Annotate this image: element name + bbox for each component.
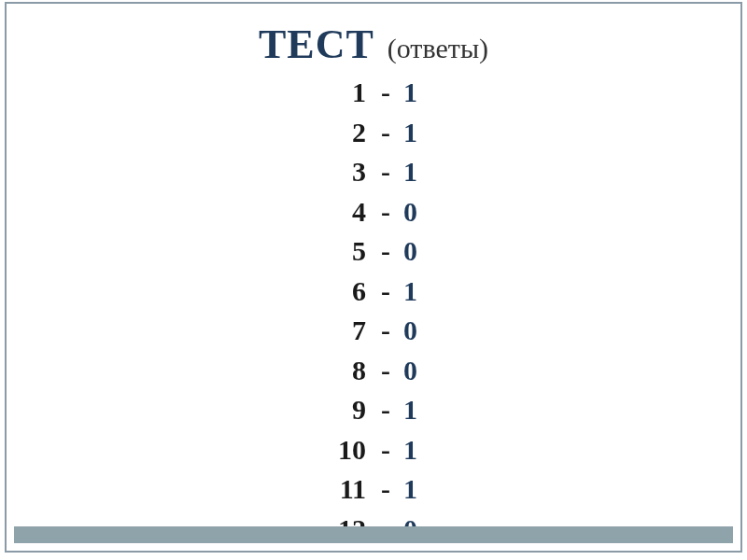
answer-row: 2 - 1 [321, 114, 426, 152]
answer-value: 0 [403, 193, 426, 231]
dash-separator: - [381, 193, 390, 231]
answer-row: 9 - 1 [321, 391, 426, 429]
slide-container: ТЕСТ (ответы) 1 - 1 2 - 1 3 - 1 4 - 0 5 … [5, 2, 742, 553]
dash-separator: - [381, 312, 390, 350]
question-number: 3 [321, 153, 366, 191]
question-number: 8 [321, 352, 366, 390]
dash-separator: - [381, 431, 390, 469]
answer-value: 1 [403, 470, 426, 509]
answer-row: 4 - 0 [321, 193, 426, 231]
answer-value: 0 [403, 312, 426, 350]
answer-value: 1 [403, 153, 426, 191]
question-number: 2 [321, 114, 366, 152]
answer-value: 1 [403, 273, 426, 311]
answer-row: 3 - 1 [321, 153, 426, 191]
dash-separator: - [381, 391, 390, 429]
question-number: 4 [321, 193, 366, 231]
bottom-accent-bar [14, 526, 733, 543]
title-main: ТЕСТ [259, 21, 374, 68]
question-number: 5 [321, 232, 366, 271]
dash-separator: - [381, 114, 390, 152]
question-number: 11 [321, 470, 366, 509]
answer-value: 0 [403, 232, 426, 271]
dash-separator: - [381, 273, 390, 311]
answer-value: 1 [403, 74, 426, 112]
title-row: ТЕСТ (ответы) [259, 21, 488, 68]
answer-row: 7 - 0 [321, 312, 426, 350]
question-number: 1 [321, 74, 366, 112]
dash-separator: - [381, 232, 390, 271]
answer-value: 1 [403, 114, 426, 152]
answer-row: 5 - 0 [321, 232, 426, 271]
question-number: 9 [321, 391, 366, 429]
answer-value: 0 [403, 352, 426, 390]
title-sub: (ответы) [388, 33, 488, 64]
question-number: 10 [321, 431, 366, 469]
dash-separator: - [381, 153, 390, 191]
answer-row: 8 - 0 [321, 352, 426, 390]
question-number: 7 [321, 312, 366, 350]
answer-row: 10 - 1 [321, 431, 426, 469]
answers-list: 1 - 1 2 - 1 3 - 1 4 - 0 5 - 0 6 - 1 [321, 74, 426, 548]
answer-value: 1 [403, 431, 426, 469]
question-number: 6 [321, 273, 366, 311]
answer-value: 1 [403, 391, 426, 429]
dash-separator: - [381, 74, 390, 112]
dash-separator: - [381, 470, 390, 509]
answer-row: 6 - 1 [321, 273, 426, 311]
answer-row: 1 - 1 [321, 74, 426, 112]
dash-separator: - [381, 352, 390, 390]
answer-row: 11 - 1 [321, 470, 426, 509]
